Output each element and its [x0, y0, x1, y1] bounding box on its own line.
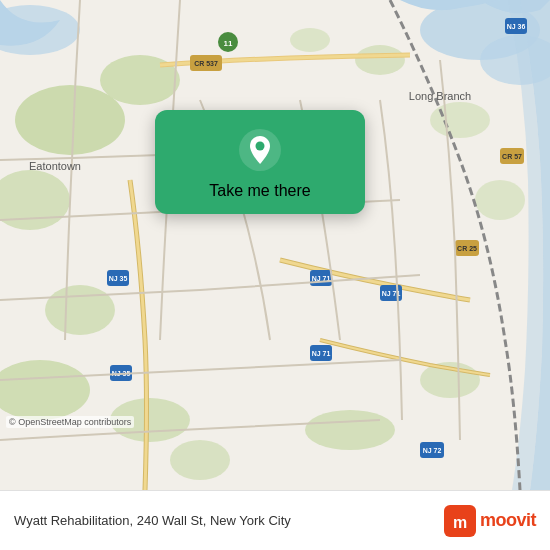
svg-text:NJ 35: NJ 35	[109, 275, 128, 282]
svg-text:NJ 72: NJ 72	[423, 447, 442, 454]
svg-point-15	[355, 45, 405, 75]
svg-point-16	[290, 28, 330, 52]
location-text: Wyatt Rehabilitation, 240 Wall St, New Y…	[14, 513, 444, 528]
svg-text:CR 25: CR 25	[457, 245, 477, 252]
moovit-icon: m	[444, 505, 476, 537]
svg-point-14	[430, 102, 490, 138]
bottom-bar: Wyatt Rehabilitation, 240 Wall St, New Y…	[0, 490, 550, 550]
svg-text:m: m	[453, 514, 467, 531]
svg-text:NJ 36: NJ 36	[507, 23, 526, 30]
svg-point-11	[305, 410, 395, 450]
svg-text:Long Branch: Long Branch	[409, 90, 471, 102]
svg-text:NJ 71: NJ 71	[312, 350, 331, 357]
svg-point-7	[45, 285, 115, 335]
callout-bubble[interactable]: Take me there	[155, 110, 365, 214]
svg-text:11: 11	[224, 39, 233, 48]
moovit-logo: m moovit	[444, 505, 536, 537]
map-container: 11 NJ 35 NJ 35 NJ 71 NJ 71 NJ 71 NJ 36 C…	[0, 0, 550, 490]
moovit-text: moovit	[480, 510, 536, 531]
svg-point-13	[475, 180, 525, 220]
svg-text:CR 57: CR 57	[502, 153, 522, 160]
svg-point-42	[256, 142, 265, 151]
svg-text:CR 537: CR 537	[194, 60, 218, 67]
svg-point-10	[170, 440, 230, 480]
location-pin-icon	[238, 128, 282, 172]
svg-point-4	[15, 85, 125, 155]
callout-label: Take me there	[209, 182, 310, 200]
osm-attribution: © OpenStreetMap contributors	[6, 416, 134, 428]
svg-text:Eatontown: Eatontown	[29, 160, 81, 172]
